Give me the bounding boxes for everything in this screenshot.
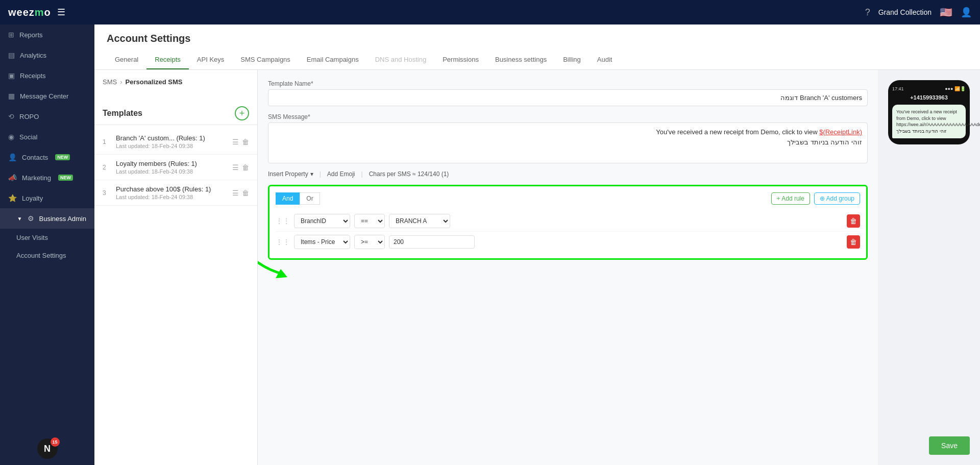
sidebar-item-message-center[interactable]: ▦ Message Center [0, 86, 94, 106]
breadcrumb-parent: SMS [103, 78, 117, 86]
template-item-3[interactable]: 3 Purchase above 100$ (Rules: 1) Last up… [94, 180, 257, 206]
breadcrumb-current: Personalized SMS [126, 78, 183, 86]
tab-business-settings[interactable]: Business settings [487, 51, 555, 69]
add-rule-button[interactable]: + Add rule [771, 192, 810, 205]
save-button[interactable]: Save [929, 436, 970, 455]
sidebar-item-marketing[interactable]: 📣 Marketing NEW [0, 167, 94, 188]
template-info-2: Loyalty members (Rules: 1) Last updated:… [116, 160, 227, 175]
page-header: Account Settings General Receipts API Ke… [94, 25, 980, 70]
rule-value-1[interactable]: BRANCH A [389, 214, 450, 228]
sidebar-item-receipts[interactable]: ▣ Receipts [0, 65, 94, 86]
business-admin-arrow-icon: ▼ [17, 216, 22, 222]
drag-handle-2[interactable]: ⋮⋮ [276, 238, 290, 246]
marketing-icon: 📣 [8, 174, 17, 182]
reports-icon: ⊞ [8, 31, 14, 39]
rule-delete-2[interactable]: 🗑 [847, 235, 860, 249]
template-actions-2: ☰ 🗑 [232, 163, 249, 172]
phone-signal-icon: ●●● 📶🔋 [945, 86, 966, 91]
rules-actions: + Add rule ⊕ Add group [771, 192, 860, 205]
sidebar-item-account-settings[interactable]: Account Settings [0, 247, 94, 264]
phone-number: +14159933963 [892, 94, 966, 101]
tab-permissions[interactable]: Permissions [434, 51, 487, 69]
sidebar-item-business-admin[interactable]: ▼ ⚙ Business Admin [0, 208, 94, 229]
sms-message-label: SMS Message* [268, 113, 868, 120]
template-menu-icon-3[interactable]: ☰ [232, 189, 239, 197]
breadcrumb: SMS › Personalized SMS [94, 78, 257, 92]
logic-or-button[interactable]: Or [300, 192, 320, 205]
phone-time: 17:41 [892, 86, 904, 91]
add-group-button[interactable]: ⊕ Add group [814, 192, 860, 205]
template-delete-icon-2[interactable]: 🗑 [242, 163, 249, 172]
sidebar-item-reports[interactable]: ⊞ Reports [0, 25, 94, 45]
contacts-new-badge: NEW [55, 154, 70, 160]
template-delete-icon-1[interactable]: 🗑 [242, 138, 249, 146]
template-item-2[interactable]: 2 Loyalty members (Rules: 1) Last update… [94, 155, 257, 180]
rule-op-2[interactable]: >= == != <= [354, 235, 385, 249]
rule-delete-1[interactable]: 🗑 [847, 214, 860, 228]
sms-message-group: SMS Message* You've received a new recei… [268, 113, 868, 163]
template-date-1: Last updated: 18-Feb-24 09:38 [116, 143, 227, 149]
sidebar-item-social[interactable]: ◉ Social [0, 127, 94, 147]
sidebar-item-loyalty[interactable]: ⭐ Loyalty [0, 188, 94, 208]
template-item-1[interactable]: 1 Branch 'A' custom... (Rules: 1) Last u… [94, 129, 257, 155]
user-avatar-icon[interactable]: 👤 [961, 7, 972, 18]
tab-billing[interactable]: Billing [555, 51, 589, 69]
template-menu-icon-2[interactable]: ☰ [232, 163, 239, 172]
tab-sms-campaigns[interactable]: SMS Campaigns [232, 51, 299, 69]
sidebar-bottom: N 15 [0, 432, 94, 465]
sidebar-item-ropo[interactable]: ⟲ ROPO [0, 106, 94, 127]
tab-bar: General Receipts API Keys SMS Campaigns … [107, 51, 968, 69]
tab-general[interactable]: General [107, 51, 146, 69]
rule-op-1[interactable]: == != >= <= [354, 214, 385, 228]
analytics-icon: ▤ [8, 51, 15, 59]
notification-avatar[interactable]: N 15 [37, 438, 58, 459]
sms-message-display: You've received a new receipt from Demo,… [268, 123, 868, 163]
add-emoji-button[interactable]: Add Emoji [327, 170, 355, 178]
tab-receipts[interactable]: Receipts [146, 51, 189, 69]
sidebar-item-user-visits[interactable]: User Visits [0, 229, 94, 247]
avatar-letter: N [44, 444, 51, 454]
top-navigation: weezmo ☰ ? Grand Collection 🇺🇸 👤 [0, 0, 980, 25]
social-icon: ◉ [8, 133, 14, 141]
template-menu-icon-1[interactable]: ☰ [232, 138, 239, 146]
template-num-1: 1 [103, 138, 111, 145]
rule-row-2: ⋮⋮ Items - Price >= == != <= 🗑 [276, 232, 860, 252]
tab-audit[interactable]: Audit [589, 51, 621, 69]
rule-field-2[interactable]: Items - Price [294, 235, 350, 249]
phone-message-text: You've received a new receipt from Demo,… [896, 109, 980, 134]
contacts-icon: 👤 [8, 153, 17, 161]
rules-box: And Or + Add rule ⊕ Add group ⋮⋮ [268, 185, 868, 260]
app-body: ⊞ Reports ▤ Analytics ▣ Receipts ▦ Messa… [0, 25, 980, 465]
sms-message-text2: זוהי הודעה בניותד בשבילך [787, 138, 862, 146]
form-area: Template Name* SMS Message* You've recei… [258, 70, 878, 465]
rule-value-input-2[interactable] [389, 235, 475, 249]
template-name-input[interactable] [268, 89, 868, 106]
phone-message-bubble: You've received a new receipt from Demo,… [892, 105, 966, 138]
phone-status-bar: 17:41 ●●● 📶🔋 [892, 86, 966, 91]
template-num-3: 3 [103, 189, 111, 197]
template-name-1: Branch 'A' custom... (Rules: 1) [116, 134, 227, 142]
tab-email-campaigns[interactable]: Email Campaigns [299, 51, 367, 69]
main-content: Account Settings General Receipts API Ke… [94, 25, 980, 465]
nav-left: weezmo ☰ [8, 7, 65, 18]
sidebar-item-analytics[interactable]: ▤ Analytics [0, 45, 94, 65]
logic-buttons: And Or [276, 192, 320, 205]
logic-and-button[interactable]: And [276, 192, 300, 205]
template-date-3: Last updated: 18-Feb-24 09:38 [116, 194, 227, 200]
help-icon[interactable]: ? [865, 7, 870, 18]
sidebar-item-contacts[interactable]: 👤 Contacts NEW [0, 147, 94, 167]
message-center-icon: ▦ [8, 92, 15, 100]
template-delete-icon-3[interactable]: 🗑 [242, 189, 249, 197]
add-template-button[interactable]: + [235, 106, 249, 120]
insert-property-button[interactable]: Insert Property ▾ [268, 170, 313, 178]
drag-handle-1[interactable]: ⋮⋮ [276, 217, 290, 225]
chevron-down-icon: ▾ [310, 170, 313, 178]
rule-field-1[interactable]: BranchID [294, 214, 350, 228]
rule-row-1: ⋮⋮ BranchID == != >= <= BRANC [276, 211, 860, 232]
marketing-new-badge: NEW [58, 175, 73, 181]
templates-panel-header: Templates + [94, 102, 257, 125]
template-name-group: Template Name* [268, 80, 868, 106]
save-button-container: Save [929, 436, 970, 455]
hamburger-menu[interactable]: ☰ [57, 7, 65, 18]
tab-api-keys[interactable]: API Keys [189, 51, 232, 69]
